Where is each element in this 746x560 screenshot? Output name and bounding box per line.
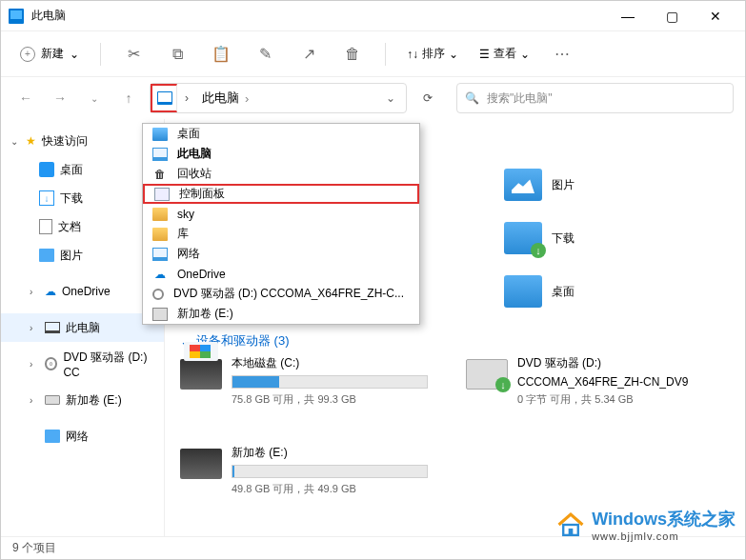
plus-icon: + (20, 47, 35, 62)
dropdown-item-desktop[interactable]: 桌面 (143, 124, 419, 144)
sidebar-item-dvd[interactable]: › DVD 驱动器 (D:) CC (1, 350, 164, 378)
watermark: Windows系统之家 www.bjjmlv.com (555, 508, 736, 542)
sidebar-item-desktop[interactable]: 桌面 (1, 155, 164, 184)
chevron-down-icon: ⌄ (449, 48, 458, 61)
drive-icon (180, 449, 222, 479)
dropdown-item-user[interactable]: sky (143, 204, 419, 224)
folder-label: 桌面 (552, 284, 575, 300)
folder-desktop[interactable]: 桌面 (504, 275, 575, 308)
nav-bar: ← → ⌄ ↑ › 此电脑 › ⌄ ⟳ 🔍 搜索"此电脑" (1, 77, 745, 119)
drive-icon (152, 308, 168, 321)
house-logo-icon (555, 511, 586, 538)
cut-icon[interactable]: ✂ (114, 35, 152, 73)
app-icon (9, 9, 24, 24)
dropdown-item-onedrive[interactable]: ☁ OneDrive (143, 264, 419, 284)
divider (100, 43, 101, 66)
drive-c[interactable]: 本地磁盘 (C:) 75.8 GB 可用，共 99.3 GB (180, 355, 428, 407)
drive-icon (180, 359, 222, 390)
drive-stat: 75.8 GB 可用，共 99.3 GB (232, 392, 428, 407)
delete-icon[interactable]: 🗑 (333, 35, 372, 73)
more-icon[interactable]: ⋯ (543, 35, 581, 73)
paste-icon[interactable]: 📋 (202, 35, 240, 73)
view-button[interactable]: ☰ 查看 ⌄ (472, 46, 537, 62)
sidebar-label: 新加卷 (E:) (66, 392, 122, 409)
drive-d[interactable]: DVD 驱动器 (D:) CCCOMA_X64FRE_ZH-CN_DV9 0 字… (466, 355, 714, 407)
sidebar-item-onedrive[interactable]: › ☁ OneDrive (1, 277, 164, 306)
pc-icon (152, 148, 168, 161)
folder-pictures[interactable]: 图片 (504, 169, 575, 201)
dropdown-item-dvd[interactable]: DVD 驱动器 (D:) CCCOMA_X64FRE_ZH-C... (143, 284, 419, 304)
rename-icon[interactable]: ✎ (246, 35, 284, 73)
folder-icon (504, 222, 542, 254)
desktop-icon (39, 162, 54, 177)
drive-stat: 0 字节 可用，共 5.34 GB (517, 392, 714, 407)
cloud-icon: ☁ (45, 285, 56, 298)
document-icon (39, 219, 52, 234)
sidebar-item-new-volume[interactable]: › 新加卷 (E:) (1, 386, 164, 414)
recycle-icon (152, 168, 168, 181)
dropdown-label: 桌面 (177, 126, 200, 142)
share-icon[interactable]: ↗ (290, 35, 328, 73)
copy-icon[interactable]: ⧉ (158, 35, 196, 73)
maximize-button[interactable]: ▢ (650, 1, 694, 31)
sidebar-item-quick-access[interactable]: ⌄ ★ 快速访问 (1, 127, 164, 155)
drive-sub: CCCOMA_X64FRE_ZH-CN_DV9 (517, 375, 714, 389)
chevron-down-icon: ⌄ (10, 136, 20, 147)
address-icon-dropdown[interactable] (151, 84, 177, 112)
title-bar: 此电脑 — ▢ ✕ (1, 1, 745, 31)
sidebar-item-documents[interactable]: 文档 (1, 212, 164, 241)
section-devices-header[interactable]: ⌄ 设备和驱动器 (3) (180, 327, 730, 355)
sidebar-item-pictures[interactable]: 图片 (1, 241, 164, 270)
dropdown-label: 新加卷 (E:) (177, 306, 233, 322)
dropdown-item-control-panel[interactable]: 控制面板 (143, 184, 419, 204)
pc-icon (157, 91, 172, 105)
up-button[interactable]: ↑ (115, 85, 142, 111)
drive-bar (232, 375, 428, 389)
search-input[interactable]: 🔍 搜索"此电脑" (456, 83, 734, 113)
drive-icon (45, 395, 60, 405)
control-panel-icon (154, 188, 170, 201)
forward-button[interactable]: → (47, 85, 73, 111)
sort-icon: ↑↓ (407, 48, 418, 61)
dropdown-item-libraries[interactable]: 库 (143, 224, 419, 244)
folder-icon (504, 169, 542, 201)
divider (385, 43, 386, 66)
watermark-line1: Windows系统之家 (592, 510, 736, 529)
address-bar[interactable]: › 此电脑 › ⌄ (150, 83, 407, 113)
chevron-right-icon: › (30, 323, 39, 333)
dvd-icon (466, 359, 508, 390)
library-icon (152, 228, 168, 241)
address-text[interactable]: 此电脑 › (196, 90, 375, 107)
sidebar-item-this-pc[interactable]: › 此电脑 (1, 313, 164, 342)
minimize-button[interactable]: — (606, 1, 650, 31)
dropdown-item-network[interactable]: 网络 (143, 244, 419, 264)
close-button[interactable]: ✕ (694, 1, 737, 31)
address-history-button[interactable]: ⌄ (375, 91, 406, 105)
folder-downloads[interactable]: 下载 (504, 222, 575, 254)
cloud-icon: ☁ (152, 268, 168, 281)
desktop-icon (152, 128, 168, 141)
sidebar-item-downloads[interactable]: 下载 (1, 184, 164, 212)
network-icon (45, 430, 60, 443)
sidebar-label: 桌面 (60, 162, 83, 178)
address-chevron[interactable]: › (177, 91, 196, 105)
new-button[interactable]: + 新建 ⌄ (12, 42, 87, 66)
drive-name: 新加卷 (E:) (232, 445, 428, 461)
recent-button[interactable]: ⌄ (81, 85, 108, 111)
picture-icon (39, 249, 54, 262)
new-label: 新建 (41, 46, 64, 62)
refresh-button[interactable]: ⟳ (414, 91, 441, 105)
dropdown-label: DVD 驱动器 (D:) CCCOMA_X64FRE_ZH-C... (173, 286, 404, 302)
sort-button[interactable]: ↑↓ 排序 ⌄ (399, 46, 466, 62)
folder-label: 下载 (552, 230, 575, 247)
network-icon (152, 248, 168, 261)
drive-name: 本地磁盘 (C:) (232, 355, 428, 371)
dropdown-item-this-pc[interactable]: 此电脑 (143, 144, 419, 164)
sidebar-item-network[interactable]: › 网络 (1, 422, 164, 450)
dropdown-item-new-volume[interactable]: 新加卷 (E:) (143, 304, 419, 324)
back-button[interactable]: ← (12, 85, 39, 111)
chevron-right-icon: › (30, 395, 39, 406)
drive-e[interactable]: 新加卷 (E:) 49.8 GB 可用，共 49.9 GB (180, 445, 428, 496)
dropdown-item-recycle-bin[interactable]: 回收站 (143, 164, 419, 184)
drive-bar (232, 465, 428, 478)
